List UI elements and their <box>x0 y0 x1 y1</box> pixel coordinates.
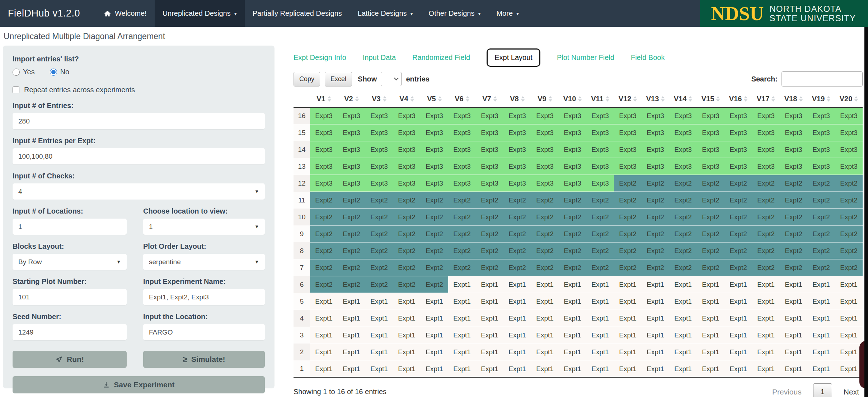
nav-item-more[interactable]: More ▾ <box>488 0 527 27</box>
simulate-button[interactable]: ≥ Simulate! <box>143 351 265 368</box>
page-1-button[interactable]: 1 <box>813 383 832 397</box>
column-header-v15[interactable]: V15 <box>697 93 724 107</box>
experiment-name-input[interactable] <box>143 289 265 305</box>
caret-down-icon: ▾ <box>478 11 480 17</box>
field-cell: Expt2 <box>697 242 724 259</box>
field-cell: Expt1 <box>338 327 365 344</box>
column-header-v9[interactable]: V9 <box>531 93 559 107</box>
nav-item-partially-replicated-designs[interactable]: Partially Replicated Designs <box>245 0 350 27</box>
field-cell: Expt2 <box>724 209 752 225</box>
entries-length-select[interactable] <box>381 72 402 86</box>
column-header-v13[interactable]: V13 <box>642 93 669 107</box>
field-cell: Expt1 <box>807 360 835 377</box>
column-header-v8[interactable]: V8 <box>503 93 531 107</box>
blocks-layout-select[interactable]: By Row ▼ <box>13 254 127 270</box>
column-header-v20[interactable]: V20 <box>835 93 863 107</box>
plot-order-select[interactable]: serpentine ▼ <box>143 254 265 270</box>
showing-entries-text: Showing 1 to 16 of 16 entries <box>294 388 386 396</box>
column-header-v18[interactable]: V18 <box>780 93 807 107</box>
field-cell: Expt2 <box>338 192 365 209</box>
column-header-v4[interactable]: V4 <box>393 93 421 107</box>
entries-label: entries <box>406 75 430 83</box>
field-cell: Expt1 <box>421 310 448 327</box>
next-page-button[interactable]: Next <box>844 388 859 396</box>
field-cell: Expt1 <box>642 310 669 327</box>
tab-input-data[interactable]: Input Data <box>363 53 396 62</box>
nav-item-lattice-designs[interactable]: Lattice Designs ▾ <box>350 0 421 27</box>
table-row: 7Expt2Expt2Expt2Expt2Expt2Expt2Expt2Expt… <box>294 259 863 276</box>
column-header-v12[interactable]: V12 <box>614 93 642 107</box>
nav-item-other-designs[interactable]: Other Designs ▾ <box>421 0 489 27</box>
row-number: 13 <box>294 158 310 175</box>
save-experiment-button[interactable]: Save Experiment <box>13 376 265 393</box>
checks-select[interactable]: 4 ▼ <box>13 183 265 200</box>
search-input[interactable] <box>782 71 863 87</box>
sort-icon <box>606 96 609 102</box>
column-header-v16[interactable]: V16 <box>724 93 752 107</box>
field-cell: Expt3 <box>835 124 863 141</box>
field-cell: Expt3 <box>503 158 531 175</box>
column-header-v11[interactable]: V11 <box>586 93 614 107</box>
column-header-v5[interactable]: V5 <box>421 93 448 107</box>
field-cell: Expt1 <box>669 276 697 293</box>
repeat-entries-checkbox[interactable] <box>13 87 19 93</box>
column-header-v14[interactable]: V14 <box>669 93 697 107</box>
home-icon <box>104 10 111 17</box>
excel-button[interactable]: Excel <box>325 72 352 87</box>
repeat-entries-checkbox-row[interactable]: Repeat entries across experiments <box>13 86 265 94</box>
field-cell: Expt2 <box>586 259 614 276</box>
sort-icon <box>355 96 359 102</box>
column-header-v1[interactable]: V1 <box>310 93 338 107</box>
field-cell: Expt1 <box>338 310 365 327</box>
sort-icon <box>328 96 331 102</box>
field-cell: Expt1 <box>614 293 642 310</box>
field-cell: Expt3 <box>559 124 586 141</box>
radio-yes[interactable]: Yes <box>13 68 35 76</box>
field-cell: Expt1 <box>835 327 863 344</box>
field-cell: Expt2 <box>365 209 393 225</box>
radio-yes-input[interactable] <box>13 69 20 76</box>
location-view-select[interactable]: 1 ▼ <box>143 219 265 235</box>
column-header-v17[interactable]: V17 <box>752 93 780 107</box>
tab-plot-number-field[interactable]: Plot Number Field <box>557 53 614 62</box>
field-cell: Expt2 <box>393 259 421 276</box>
radio-no-input[interactable] <box>50 69 57 76</box>
table-row: 13Expt3Expt3Expt3Expt3Expt3Expt3Expt3Exp… <box>294 158 863 175</box>
column-header-v2[interactable]: V2 <box>338 93 365 107</box>
starting-plot-input[interactable] <box>13 289 127 305</box>
tab-expt-layout[interactable]: Expt Layout <box>487 48 540 67</box>
field-cell: Expt3 <box>476 158 503 175</box>
field-cell: Expt1 <box>448 293 476 310</box>
nav-item-welcome[interactable]: Welcome! <box>96 0 155 27</box>
entries-per-expt-input[interactable] <box>13 148 265 164</box>
field-cell: Expt1 <box>448 327 476 344</box>
run-button[interactable]: Run! <box>13 351 127 368</box>
column-header-v3[interactable]: V3 <box>365 93 393 107</box>
column-header-v7[interactable]: V7 <box>476 93 503 107</box>
tab-expt-design-info[interactable]: Expt Design Info <box>294 53 346 62</box>
column-header-v19[interactable]: V19 <box>807 93 835 107</box>
field-cell: Expt3 <box>642 124 669 141</box>
tab-randomized-field[interactable]: Randomized Field <box>412 53 470 62</box>
entries-input[interactable] <box>13 113 265 129</box>
radio-no[interactable]: No <box>50 68 70 76</box>
field-cell: Expt1 <box>642 276 669 293</box>
column-header-v10[interactable]: V10 <box>559 93 586 107</box>
row-number: 2 <box>294 344 310 360</box>
seed-input[interactable] <box>13 324 127 340</box>
tab-field-book[interactable]: Field Book <box>631 53 665 62</box>
field-cell: Expt2 <box>835 175 863 192</box>
nav-item-unreplicated-designs[interactable]: Unreplicated Designs ▾ <box>155 0 245 27</box>
location-input[interactable] <box>143 324 265 340</box>
column-header-v6[interactable]: V6 <box>448 93 476 107</box>
field-cell: Expt2 <box>807 225 835 242</box>
copy-button[interactable]: Copy <box>294 72 320 87</box>
table-row: 8Expt2Expt2Expt2Expt2Expt2Expt2Expt2Expt… <box>294 242 863 259</box>
locations-input[interactable] <box>13 219 127 235</box>
field-cell: Expt1 <box>338 360 365 377</box>
field-cell: Expt2 <box>310 192 338 209</box>
field-cell: Expt1 <box>476 344 503 360</box>
field-cell: Expt2 <box>503 242 531 259</box>
field-cell: Expt2 <box>669 225 697 242</box>
previous-page-button[interactable]: Previous <box>772 388 802 396</box>
